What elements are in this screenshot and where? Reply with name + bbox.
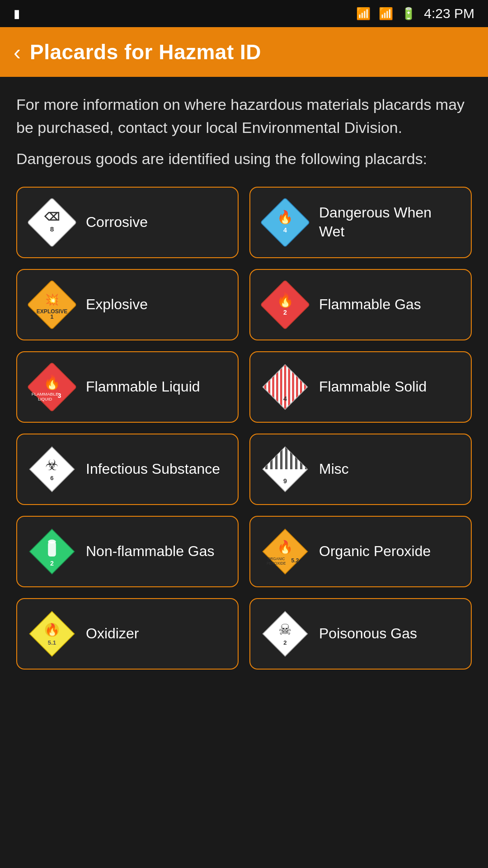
misc-icon: 9 xyxy=(260,444,310,494)
svg-text:2: 2 xyxy=(283,309,287,316)
app-icon: ▮ xyxy=(14,7,20,21)
organic-peroxide-icon: 🔥 ORGANIC PEROXIDE 5.2 xyxy=(260,527,310,576)
back-button[interactable]: ‹ xyxy=(14,40,21,65)
placard-corrosive[interactable]: ⌫ 8 Corrosive xyxy=(16,187,239,258)
svg-marker-30 xyxy=(263,447,308,470)
flammable-solid-icon: 4 xyxy=(260,362,310,412)
svg-text:ORGANIC: ORGANIC xyxy=(267,557,285,561)
svg-rect-33 xyxy=(48,542,56,557)
svg-text:⌫: ⌫ xyxy=(44,211,60,223)
dangerous-wet-label: Dangerous When Wet xyxy=(319,203,461,241)
placard-flammable-liquid[interactable]: 🔥 FLAMMABLE LIQUID 3 Flammable Liquid xyxy=(16,351,239,423)
dangerous-wet-icon: 🔥 4 xyxy=(260,198,310,247)
svg-text:☠: ☠ xyxy=(278,621,292,638)
svg-text:2: 2 xyxy=(50,560,54,567)
status-bar: ▮ 📶 📶 🔋 4:23 PM xyxy=(0,0,488,27)
organic-peroxide-label: Organic Peroxide xyxy=(319,542,431,561)
svg-text:1: 1 xyxy=(50,313,53,320)
non-flammable-label: Non-flammable Gas xyxy=(86,542,215,561)
placard-flammable-gas[interactable]: 🔥 2 Flammable Gas xyxy=(249,269,472,340)
placard-infectious[interactable]: ☣ 6 Infectious Substance xyxy=(16,434,239,505)
status-time: 4:23 PM xyxy=(424,6,474,21)
svg-text:LIQUID: LIQUID xyxy=(38,397,52,401)
info-text-1: For more information on where hazardous … xyxy=(16,93,472,139)
svg-text:FLAMMABLE: FLAMMABLE xyxy=(32,392,59,396)
svg-text:9: 9 xyxy=(283,477,287,485)
svg-text:8: 8 xyxy=(50,225,54,233)
svg-text:🔥: 🔥 xyxy=(277,209,293,225)
svg-marker-21 xyxy=(263,365,308,410)
app-bar: ‹ Placards for Hazmat ID xyxy=(0,27,488,77)
misc-label: Misc xyxy=(319,460,349,479)
placard-misc[interactable]: 9 Misc xyxy=(249,434,472,505)
signal-icon: 📶 xyxy=(379,7,393,21)
svg-text:4: 4 xyxy=(283,395,287,402)
corrosive-label: Corrosive xyxy=(86,213,148,232)
placard-poisonous-gas[interactable]: ☠ 2 Poisonous Gas xyxy=(249,598,472,670)
placard-dangerous-wet[interactable]: 🔥 4 Dangerous When Wet xyxy=(249,187,472,258)
content-area: For more information on where hazardous … xyxy=(0,77,488,688)
infectious-label: Infectious Substance xyxy=(86,460,220,479)
poisonous-gas-icon: ☠ 2 xyxy=(260,609,310,659)
info-text-2: Dangerous goods are identified using the… xyxy=(16,147,472,170)
infectious-icon: ☣ 6 xyxy=(27,444,77,494)
placard-oxidizer[interactable]: 🔥 5.1 Oxidizer xyxy=(16,598,239,670)
svg-text:💥: 💥 xyxy=(45,293,59,306)
placard-grid: ⌫ 8 Corrosive 🔥 4 Dangerous When Wet xyxy=(16,187,472,670)
flammable-gas-label: Flammable Gas xyxy=(319,295,421,314)
flammable-liquid-label: Flammable Liquid xyxy=(86,377,200,396)
battery-icon: 🔋 xyxy=(401,7,416,21)
corrosive-icon: ⌫ 8 xyxy=(27,198,77,247)
svg-text:🔥: 🔥 xyxy=(43,374,61,391)
oxidizer-label: Oxidizer xyxy=(86,624,139,643)
svg-text:5.2: 5.2 xyxy=(291,557,299,564)
placard-organic-peroxide[interactable]: 🔥 ORGANIC PEROXIDE 5.2 Organic Peroxide xyxy=(249,516,472,587)
oxidizer-icon: 🔥 5.1 xyxy=(27,609,77,659)
svg-text:4: 4 xyxy=(283,226,287,234)
explosive-label: Explosive xyxy=(86,295,148,314)
svg-text:6: 6 xyxy=(50,475,53,481)
page-title: Placards for Hazmat ID xyxy=(30,40,261,64)
poisonous-gas-label: Poisonous Gas xyxy=(319,624,417,643)
svg-text:☣: ☣ xyxy=(45,457,59,473)
svg-point-34 xyxy=(48,540,56,544)
svg-text:2: 2 xyxy=(283,639,286,646)
svg-text:🔥: 🔥 xyxy=(277,292,294,308)
flammable-gas-icon: 🔥 2 xyxy=(260,280,310,330)
flammable-liquid-icon: 🔥 FLAMMABLE LIQUID 3 xyxy=(27,362,77,412)
svg-text:3: 3 xyxy=(58,392,61,399)
placard-explosive[interactable]: 💥 EXPLOSIVE 1 Explosive xyxy=(16,269,239,340)
svg-text:🔥: 🔥 xyxy=(277,539,293,555)
placard-non-flammable[interactable]: 2 Non-flammable Gas xyxy=(16,516,239,587)
svg-text:5.1: 5.1 xyxy=(48,639,56,646)
placard-flammable-solid[interactable]: 4 Flammable Solid xyxy=(249,351,472,423)
svg-text:PEROXIDE: PEROXIDE xyxy=(267,561,286,566)
flammable-solid-label: Flammable Solid xyxy=(319,377,427,396)
explosive-icon: 💥 EXPLOSIVE 1 xyxy=(27,280,77,330)
non-flammable-icon: 2 xyxy=(27,527,77,576)
svg-text:🔥: 🔥 xyxy=(45,623,60,637)
wifi-icon: 📶 xyxy=(356,7,371,21)
